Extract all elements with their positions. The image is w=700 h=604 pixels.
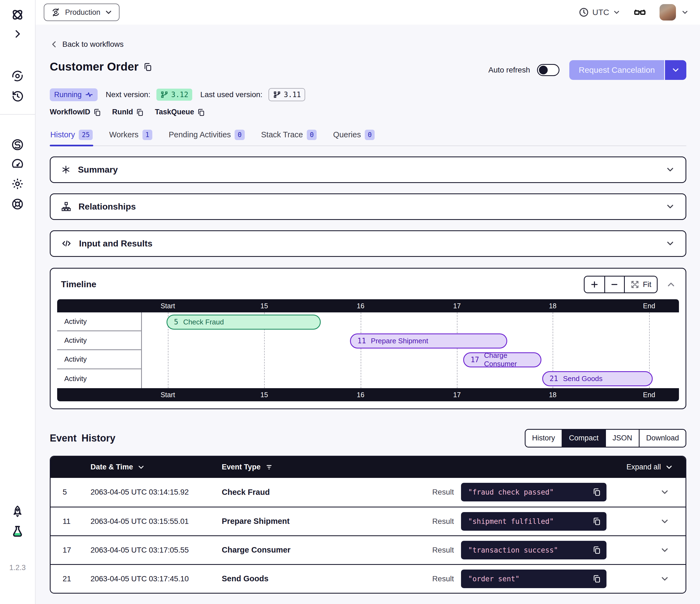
chevron-up-icon: [666, 279, 676, 290]
download-button[interactable]: Download: [639, 430, 685, 447]
copy-result-icon[interactable]: [592, 575, 601, 583]
labs-flask-icon[interactable]: [11, 525, 24, 538]
timeline-bar-prepare-shipment[interactable]: 11 Prepare Shipment: [350, 334, 507, 348]
view-history-button[interactable]: History: [526, 430, 561, 447]
timeline-row-label: Activity: [57, 331, 142, 350]
expand-row-chevron[interactable]: [606, 545, 673, 555]
schedules-icon[interactable]: [11, 90, 24, 103]
event-row-prepare-shipment[interactable]: 11 2063-04-05 UTC 03:15:55.01 Prepare Sh…: [51, 507, 685, 535]
event-row-send-goods[interactable]: 21 2063-04-05 UTC 03:17:45.10 Send Goods…: [51, 564, 685, 593]
event-row-charge-consumer[interactable]: 17 2063-04-05 UTC 03:17:05.55 Charge Con…: [51, 535, 685, 564]
timeline-section: Timeline Fit Start 15 16: [50, 268, 686, 409]
workflows-icon[interactable]: [11, 70, 24, 82]
minus-icon: [610, 280, 619, 289]
next-version-label: Next version:: [106, 90, 150, 99]
timeline-row-label: Activity: [57, 369, 142, 388]
chevron-down-icon[interactable]: [665, 239, 675, 248]
chevron-down-icon: [681, 8, 689, 17]
copy-workflow-id-icon[interactable]: [93, 108, 101, 117]
timeline-axis-top: Start 15 16 17 18 End: [57, 299, 679, 312]
tab-queries-count: 0: [365, 130, 375, 140]
copy-title-icon[interactable]: [143, 63, 152, 72]
avatar[interactable]: [659, 4, 676, 21]
nexus-icon[interactable]: [11, 138, 24, 151]
tab-pending-activities[interactable]: Pending Activities 0: [168, 128, 245, 146]
sort-datetime-button[interactable]: Date & Time: [91, 463, 222, 471]
view-json-button[interactable]: JSON: [605, 430, 639, 447]
zoom-out-button[interactable]: [604, 276, 624, 292]
sidebar-divider: [0, 114, 35, 115]
back-to-workflows-link[interactable]: Back to workflows: [50, 40, 686, 49]
expand-row-chevron[interactable]: [606, 516, 673, 526]
getting-started-rocket-icon[interactable]: [11, 505, 24, 518]
feedback-glasses-icon[interactable]: [633, 6, 646, 19]
relationships-section[interactable]: Relationships: [50, 193, 686, 220]
view-compact-button[interactable]: Compact: [561, 430, 605, 447]
input-results-section[interactable]: Input and Results: [50, 230, 686, 257]
timeline-bar-send-goods[interactable]: 21 Send Goods: [542, 371, 653, 386]
branch-icon: [160, 91, 169, 99]
result-code-pill: "fraud check passed": [461, 483, 606, 502]
copy-result-icon[interactable]: [592, 517, 601, 526]
request-cancelation-menu-button[interactable]: [665, 60, 686, 80]
collapse-timeline-button[interactable]: [666, 279, 676, 290]
chevron-down-icon[interactable]: [665, 201, 675, 212]
last-version-badge: 3.11: [269, 88, 305, 101]
main-content: Back to workflows Customer Order Auto re…: [35, 25, 700, 594]
fit-button[interactable]: Fit: [624, 276, 657, 292]
chevron-down-icon[interactable]: [665, 165, 675, 174]
tab-history[interactable]: History 25: [50, 128, 93, 146]
account-menu-chevron[interactable]: [681, 8, 689, 17]
back-label: Back to workflows: [62, 40, 124, 49]
expand-row-chevron[interactable]: [606, 487, 673, 497]
result-code-pill: "shipment fulfilled": [461, 512, 606, 531]
app-version: 1.2.3: [0, 563, 35, 572]
chevron-down-icon: [612, 8, 621, 17]
code-icon: [61, 238, 72, 249]
settings-gear-icon[interactable]: [11, 177, 24, 190]
event-history-title: Event History: [50, 433, 116, 444]
run-id-item: RunId: [112, 108, 144, 117]
copy-result-icon[interactable]: [592, 488, 601, 497]
auto-refresh-toggle[interactable]: [537, 64, 559, 76]
zoom-in-button[interactable]: [584, 276, 604, 292]
expand-all-button[interactable]: Expand all: [626, 463, 673, 472]
timeline-title: Timeline: [61, 279, 96, 289]
request-cancelation-button[interactable]: Request Cancelation: [569, 60, 664, 80]
chevron-down-icon: [137, 463, 145, 471]
timeline-bar-charge-consumer[interactable]: 17 Charge Consumer: [463, 352, 542, 367]
summary-section[interactable]: Summary: [50, 156, 686, 183]
last-version-label: Last used version:: [200, 90, 262, 99]
sitemap-icon: [61, 201, 71, 212]
namespace-picker[interactable]: Production: [44, 4, 120, 21]
sidebar-expand-icon[interactable]: [12, 28, 23, 40]
expand-row-chevron[interactable]: [606, 574, 673, 584]
copy-task-queue-icon[interactable]: [197, 108, 205, 117]
timeline-chart: Start 15 16 17 18 End Activity Activity …: [57, 299, 679, 401]
namespace-sync-icon: [50, 7, 61, 18]
copy-run-id-icon[interactable]: [135, 108, 144, 117]
result-code-pill: "order sent": [461, 570, 606, 588]
gridline: [361, 312, 361, 388]
task-queue-item: TaskQueue: [155, 108, 205, 117]
copy-result-icon[interactable]: [592, 546, 601, 555]
auto-refresh-label: Auto refresh: [489, 66, 530, 74]
filter-icon: [265, 463, 273, 471]
support-lifebuoy-icon[interactable]: [11, 197, 24, 211]
toggle-knob: [539, 66, 548, 74]
filter-event-type-button[interactable]: Event Type: [222, 463, 273, 471]
pulse-icon: [85, 91, 93, 99]
timezone-selector[interactable]: UTC: [579, 7, 621, 18]
event-row-check-fraud[interactable]: 5 2063-04-05 UTC 03:14:15.92 Check Fraud…: [51, 478, 685, 507]
tab-history-count: 25: [79, 130, 93, 140]
timeline-bar-check-fraud[interactable]: 5 Check Fraud: [167, 315, 321, 330]
namespace-label: Production: [65, 8, 100, 17]
usage-gauge-icon[interactable]: [11, 157, 24, 170]
topbar: Production UTC: [35, 0, 700, 25]
tab-workers[interactable]: Workers 1: [108, 128, 153, 146]
tab-stack-trace-count: 0: [307, 130, 317, 140]
tab-stack-trace[interactable]: Stack Trace 0: [260, 128, 318, 146]
branch-icon: [273, 91, 281, 99]
expand-icon: [630, 280, 640, 289]
tab-queries[interactable]: Queries 0: [332, 128, 375, 146]
